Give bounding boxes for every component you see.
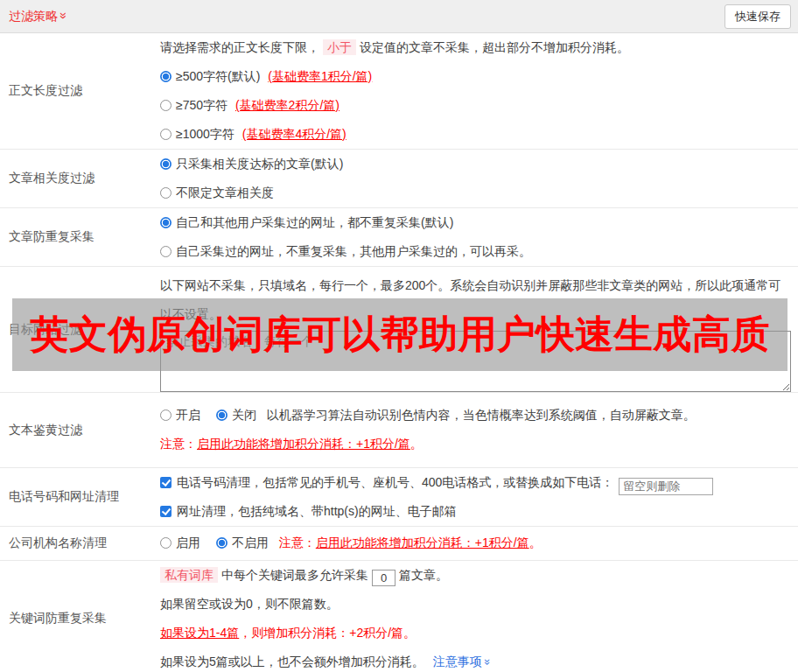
radio-unchecked-icon[interactable]: [160, 100, 172, 111]
radio-dedup-all-users[interactable]: 自己和其他用户采集过的网址，都不重复采集(默认): [160, 215, 453, 229]
row-relevance-filter: 文章相关度过滤 只采集相关度达标的文章(默认) 不限定文章相关度: [0, 150, 798, 208]
row-site-filter: 目标网站过滤 以下网站不采集，只填域名，每行一个，最多200个。系统会自动识别并…: [0, 267, 798, 393]
radio-unchecked-icon[interactable]: [160, 410, 172, 421]
filter-strategy-page: 过滤策略» 快速保存 正文长度过滤 请选择需求的正文长度下限，小于设定值的文章不…: [0, 0, 798, 672]
row-company-cleanup: 公司机构名称清理 启用 不启用 注意：启用此功能将增加积分消耗：+1积分/篇。: [0, 527, 798, 561]
radio-dedup-self-only[interactable]: 自己采集过的网址，不重复采集，其他用户采集过的，可以再采。: [160, 244, 531, 258]
radio-relevance-any[interactable]: 不限定文章相关度: [160, 186, 274, 200]
private-lexicon-tag: 私有词库: [160, 567, 218, 583]
radio-company-off[interactable]: 不启用: [216, 536, 272, 550]
chevron-down-icon: »: [57, 12, 71, 19]
radio-checked-icon[interactable]: [160, 158, 172, 170]
keyword-dedup-content: 私有词库中每个关键词最多允许采集篇文章。 如果留空或设为0，则不限篇数。 如果设…: [160, 561, 798, 672]
radio-option-750[interactable]: ≥750字符 (基础费率2积分/篇): [160, 98, 340, 112]
replacement-phone-input[interactable]: [619, 478, 713, 495]
row-dedup-filter: 文章防重复采集 自己和其他用户采集过的网址，都不重复采集(默认) 自己采集过的网…: [0, 208, 798, 267]
porn-filter-note: 注意：启用此功能将增加积分消耗：+1积分/篇。: [160, 430, 798, 458]
page-title: 过滤策略: [9, 9, 58, 23]
radio-unchecked-icon[interactable]: [160, 187, 172, 199]
keyword-dedup-line4: 如果设为5篇或以上，也不会额外增加积分消耗。: [160, 654, 424, 668]
radio-relevance-strict[interactable]: 只采集相关度达标的文章(默认): [160, 157, 343, 171]
site-filter-desc-line1: 以下网站不采集，只填域名，每行一个，最多200个。系统会自动识别并屏蔽那些非文章…: [160, 271, 791, 300]
fee-note-750: (基础费率2积分/篇): [235, 98, 340, 112]
row-length-filter: 正文长度过滤 请选择需求的正文长度下限，小于设定值的文章不采集，超出部分不增加积…: [0, 33, 798, 150]
radio-option-1000[interactable]: ≥1000字符 (基础费率4积分/篇): [160, 127, 346, 141]
length-filter-intro: 请选择需求的正文长度下限，小于设定值的文章不采集，超出部分不增加积分消耗。: [160, 33, 791, 62]
company-cleanup-content: 启用 不启用 注意：启用此功能将增加积分消耗：+1积分/篇。: [160, 527, 798, 560]
checkbox-checked-icon[interactable]: [160, 477, 172, 488]
radio-checked-icon[interactable]: [160, 217, 172, 228]
dedup-filter-content: 自己和其他用户采集过的网址，都不重复采集(默认) 自己采集过的网址，不重复采集，…: [160, 208, 798, 266]
radio-unchecked-icon[interactable]: [160, 537, 172, 549]
relevance-filter-content: 只采集相关度达标的文章(默认) 不限定文章相关度: [160, 150, 798, 207]
radio-porn-on[interactable]: 开启: [160, 408, 204, 422]
less-than-tag: 小于: [323, 39, 356, 55]
porn-filter-content: 开启 关闭 以机器学习算法自动识别色情内容，当色情概率达到系统阈值，自动屏蔽文章…: [160, 393, 798, 467]
chevron-down-icon: »: [473, 659, 502, 665]
fee-note-500: (基础费率1积分/篇): [268, 69, 372, 83]
porn-filter-desc: 以机器学习算法自动识别色情内容，当色情概率达到系统阈值，自动屏蔽文章。: [267, 408, 696, 422]
notes-link[interactable]: 注意事项»: [433, 654, 491, 668]
radio-porn-off[interactable]: 关闭: [216, 408, 260, 422]
length-filter-content: 请选择需求的正文长度下限，小于设定值的文章不采集，超出部分不增加积分消耗。 ≥5…: [160, 33, 798, 149]
company-cleanup-label: 公司机构名称清理: [0, 527, 160, 560]
length-filter-label: 正文长度过滤: [0, 33, 160, 149]
radio-option-500[interactable]: ≥500字符(默认) (基础费率1积分/篇): [160, 69, 372, 83]
row-porn-filter: 文本鉴黄过滤 开启 关闭 以机器学习算法自动识别色情内容，当色情概率达到系统阈值…: [0, 393, 798, 468]
site-filter-desc-line2: 以不设置。: [160, 300, 791, 329]
site-filter-label: 目标网站过滤: [0, 267, 160, 392]
radio-company-on[interactable]: 启用: [160, 536, 204, 550]
blocked-sites-textarea[interactable]: [160, 331, 791, 392]
phone-url-cleanup-content: 电话号码清理，包括常见的手机号、座机号、400电话格式，或替换成如下电话： 网址…: [160, 468, 798, 526]
max-articles-input[interactable]: [372, 570, 396, 586]
row-keyword-dedup: 关键词防重复采集 私有词库中每个关键词最多允许采集篇文章。 如果留空或设为0，则…: [0, 561, 798, 672]
checkbox-url-cleanup[interactable]: 网址清理，包括纯域名、带http(s)的网址、电子邮箱: [160, 504, 457, 518]
keyword-dedup-note: 如果设为1-4篇，则增加积分消耗：+2积分/篇。: [160, 619, 791, 648]
porn-filter-label: 文本鉴黄过滤: [0, 393, 160, 467]
radio-checked-icon[interactable]: [216, 410, 228, 421]
checkbox-phone-cleanup[interactable]: 电话号码清理，包括常见的手机号、座机号、400电话格式，或替换成如下电话：: [160, 475, 617, 489]
relevance-filter-label: 文章相关度过滤: [0, 150, 160, 207]
site-filter-content: 以下网站不采集，只填域名，每行一个，最多200个。系统会自动识别并屏蔽那些非文章…: [160, 267, 798, 392]
header-bar: 过滤策略» 快速保存: [0, 0, 798, 33]
company-cleanup-note: 注意：启用此功能将增加积分消耗：+1积分/篇。: [279, 536, 542, 550]
dedup-filter-label: 文章防重复采集: [0, 208, 160, 266]
radio-checked-icon[interactable]: [160, 71, 172, 82]
checkbox-checked-icon[interactable]: [160, 506, 172, 517]
radio-checked-icon[interactable]: [216, 537, 228, 549]
phone-url-cleanup-label: 电话号码和网址清理: [0, 468, 160, 526]
fee-note-1000: (基础费率4积分/篇): [242, 127, 346, 141]
radio-unchecked-icon[interactable]: [160, 246, 172, 257]
radio-unchecked-icon[interactable]: [160, 129, 172, 140]
quick-save-button[interactable]: 快速保存: [724, 4, 791, 29]
row-phone-url-cleanup: 电话号码和网址清理 电话号码清理，包括常见的手机号、座机号、400电话格式，或替…: [0, 468, 798, 527]
keyword-dedup-label: 关键词防重复采集: [0, 561, 160, 672]
page-title-toggle[interactable]: 过滤策略»: [9, 9, 67, 24]
keyword-dedup-line2: 如果留空或设为0，则不限篇数。: [160, 590, 791, 619]
